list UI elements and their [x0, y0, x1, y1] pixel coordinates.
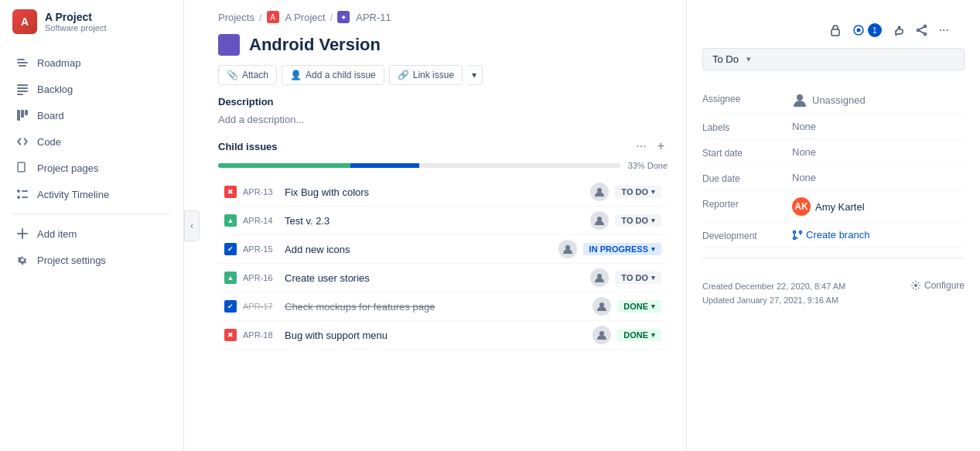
thumbs-up-icon[interactable]: [893, 24, 905, 36]
labels-label: Labels: [702, 121, 780, 133]
assignee-label: Assignee: [702, 92, 780, 104]
status-badge[interactable]: TO DO ▾: [615, 186, 661, 198]
status-badge[interactable]: TO DO ▾: [615, 214, 661, 227]
svg-point-29: [800, 231, 802, 233]
child-issues-more-btn[interactable]: ···: [633, 138, 649, 155]
due-date-value[interactable]: None: [792, 172, 965, 183]
reporter-label: Reporter: [702, 197, 780, 210]
table-row[interactable]: ✖ APR-13 Fix Bug with colors TO DO ▾: [218, 178, 668, 207]
backlog-icon: [15, 82, 29, 96]
svg-point-11: [17, 190, 20, 193]
avatar: [590, 268, 609, 287]
issue-id: APR-17: [243, 302, 278, 311]
sidebar-header: A A Project Software project: [0, 0, 183, 43]
start-date-field: Start date None: [702, 140, 965, 166]
issue-name: Fix Bug with colors: [285, 186, 584, 198]
avatar: [592, 326, 611, 344]
sidebar-item-settings[interactable]: Project settings: [0, 247, 183, 273]
link-issue-label: Link issue: [413, 70, 454, 80]
code-icon: [15, 135, 29, 149]
svg-point-13: [17, 196, 20, 199]
breadcrumb-project-name[interactable]: A Project: [285, 12, 326, 23]
breadcrumb-issue-id[interactable]: APR-11: [356, 12, 391, 23]
child-issues-actions: ··· +: [633, 138, 668, 155]
sidebar-item-code[interactable]: Code: [0, 128, 183, 155]
panel-divider: [702, 258, 965, 258]
sidebar-collapse-btn[interactable]: ‹: [184, 210, 200, 241]
add-child-issue-button[interactable]: 👤 Add a child issue: [282, 65, 384, 85]
attach-icon: 📎: [227, 70, 238, 80]
assignee-value[interactable]: Unassigned: [792, 92, 965, 108]
table-row[interactable]: ✔ APR-15 Add new icons IN PROGRESS ▾: [218, 235, 668, 264]
issue-id: APR-15: [243, 244, 278, 254]
main-scroll: Projects / A A Project / ✦ APR-11 Androi…: [200, 0, 686, 451]
status-dropdown[interactable]: To Do ▾: [702, 48, 965, 70]
sidebar-item-board[interactable]: Board: [0, 102, 183, 128]
description-placeholder[interactable]: Add a description...: [218, 114, 668, 125]
status-badge[interactable]: DONE ▾: [617, 329, 661, 341]
right-panel: 1 ··· To Do ▾ Assignee Unassigned Labels…: [686, 0, 980, 451]
status-label: To Do: [712, 53, 739, 65]
reporter-field: Reporter AK Amy Kartel: [702, 191, 965, 223]
table-row[interactable]: ✖ APR-18 Bug with support menu DONE ▾: [218, 321, 668, 350]
issue-id: APR-16: [243, 273, 278, 282]
sidebar-item-backlog[interactable]: Backlog: [0, 76, 183, 102]
reporter-value[interactable]: AK Amy Kartel: [792, 197, 965, 216]
table-row[interactable]: ✔ APR-17 Check mockups for features page…: [218, 292, 668, 321]
attach-button[interactable]: 📎 Attach: [218, 65, 277, 85]
svg-rect-5: [17, 91, 28, 92]
svg-point-23: [856, 29, 860, 32]
description-section: Description Add a description...: [200, 96, 686, 138]
create-branch-link[interactable]: Create branch: [792, 229, 869, 241]
svg-rect-12: [22, 190, 28, 192]
watch-icon[interactable]: 1: [852, 23, 882, 37]
progress-blue: [350, 163, 418, 168]
reporter-name: Amy Kartel: [815, 201, 865, 213]
share-icon[interactable]: [916, 24, 928, 36]
add-icon: [15, 227, 29, 241]
sidebar-nav: Roadmap Backlog Board Code Project pages: [0, 43, 183, 451]
project-breadcrumb-icon: A: [267, 11, 279, 23]
child-issues-add-btn[interactable]: +: [654, 138, 668, 155]
status-badge[interactable]: IN PROGRESS ▾: [583, 243, 661, 255]
add-child-label: Add a child issue: [306, 70, 376, 80]
issue-breadcrumb-icon: ✦: [337, 11, 350, 23]
status-badge[interactable]: DONE ▾: [617, 300, 661, 313]
issue-name: Create user stories: [285, 272, 584, 284]
table-row[interactable]: ▲ APR-14 Test v. 2.3 TO DO ▾: [218, 207, 668, 235]
due-date-label: Due date: [702, 172, 780, 184]
issue-type-bug-icon: ✖: [224, 186, 237, 198]
sidebar-item-roadmap-label: Roadmap: [37, 57, 80, 69]
sidebar-item-activity-timeline[interactable]: Activity Timeline: [0, 181, 183, 207]
sidebar-item-add[interactable]: Add item: [0, 220, 183, 247]
configure-button[interactable]: Configure: [910, 280, 965, 291]
table-row[interactable]: ▲ APR-16 Create user stories TO DO ▾: [218, 264, 668, 292]
start-date-value[interactable]: None: [792, 146, 965, 158]
progress-bar-container: 33% Done: [218, 161, 668, 170]
svg-rect-14: [22, 196, 28, 198]
issue-toolbar: 📎 Attach 👤 Add a child issue 🔗 Link issu…: [200, 65, 686, 96]
breadcrumb: Projects / A A Project / ✦ APR-11: [200, 0, 686, 29]
sidebar-item-roadmap[interactable]: Roadmap: [0, 50, 183, 76]
avatar: [592, 297, 611, 316]
child-issues-section: Child issues ··· + 33% Done ✖ APR-13 Fix…: [200, 138, 686, 362]
lock-icon[interactable]: [829, 24, 842, 36]
avatar: [590, 183, 609, 201]
description-title: Description: [218, 96, 668, 108]
more-actions-icon[interactable]: ···: [939, 23, 949, 37]
toolbar-more-dropdown[interactable]: ▾: [466, 65, 483, 85]
breadcrumb-projects[interactable]: Projects: [218, 12, 254, 23]
labels-value[interactable]: None: [792, 121, 965, 132]
svg-point-27: [797, 94, 803, 101]
updated-timestamp: Updated January 27, 2021, 9:16 AM: [702, 294, 845, 308]
status-badge[interactable]: TO DO ▾: [615, 272, 661, 284]
svg-point-26: [917, 29, 919, 32]
svg-rect-3: [17, 84, 28, 86]
svg-point-25: [924, 33, 926, 36]
progress-bar: [218, 163, 620, 168]
sidebar: A A Project Software project Roadmap Bac…: [0, 0, 184, 451]
project-logo: A: [12, 9, 37, 34]
issue-type-story-icon: ▲: [224, 272, 237, 284]
sidebar-item-project-pages[interactable]: Project pages: [0, 155, 183, 181]
link-issue-button[interactable]: 🔗 Link issue: [389, 65, 463, 85]
